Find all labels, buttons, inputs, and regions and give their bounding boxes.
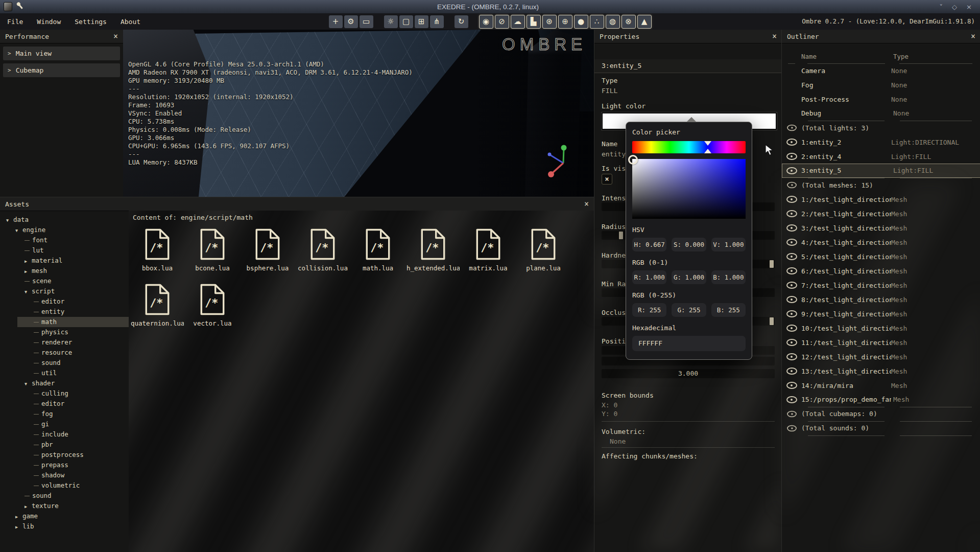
eye-toggle[interactable] [782, 67, 801, 74]
tree-item[interactable]: gi [0, 419, 129, 429]
selected-entity-header[interactable]: 3:entity_5 [594, 59, 782, 73]
view-globe-axes-button[interactable]: ⊗ [622, 15, 636, 29]
eye-toggle[interactable] [782, 239, 801, 246]
outliner-row[interactable]: 1:/test_light_directiona Mesh [782, 192, 980, 206]
outliner-row[interactable]: 13:/test_light_direction Mesh [782, 364, 980, 378]
tree-item[interactable]: resource [0, 348, 129, 358]
view-stairs-button[interactable]: ▙ [527, 15, 541, 29]
hue-slider[interactable] [632, 141, 746, 153]
tree-item[interactable]: script [0, 286, 129, 296]
is-visible-checkbox[interactable]: × [602, 174, 612, 185]
eye-toggle[interactable] [782, 296, 801, 303]
tree-item[interactable]: prepass [0, 460, 129, 470]
eye-toggle[interactable] [782, 81, 801, 88]
hue-field[interactable]: H: 0.667 [632, 238, 666, 251]
grid-button[interactable]: ⊞ [415, 15, 428, 28]
view-cone-button[interactable]: ▲ [637, 15, 652, 29]
asset-file[interactable]: /* matrix.lua [461, 228, 516, 272]
asset-file[interactable]: /* h_extended.lua [405, 228, 461, 272]
saturation-field[interactable]: S: 0.000 [672, 238, 706, 251]
eye-toggle[interactable] [782, 253, 801, 260]
asset-file[interactable]: /* plane.lua [516, 228, 571, 272]
outliner-row[interactable]: 12:/test_light_direction Mesh [782, 350, 980, 364]
asset-file[interactable]: /* bsphere.lua [240, 228, 295, 272]
close-icon[interactable]: × [971, 30, 975, 43]
tree-item[interactable]: material [0, 256, 129, 266]
eye-toggle[interactable] [782, 153, 801, 160]
tree-item[interactable]: volumetric [0, 480, 129, 491]
eye-toggle[interactable] [782, 224, 801, 232]
slider-grab[interactable] [770, 317, 774, 325]
axes-button[interactable]: ⋔ [430, 15, 444, 28]
collapsing-header[interactable]: > Main view [3, 47, 120, 60]
view-globe-button[interactable]: ⊕ [558, 15, 572, 29]
blue255-field[interactable]: B: 255 [711, 303, 746, 317]
outliner-row[interactable]: 1:entity_2 Light:DIRECTIONAL [782, 135, 980, 149]
tree-item[interactable]: lib [0, 521, 129, 532]
menu-item[interactable]: Settings [75, 18, 107, 26]
eye-toggle[interactable] [782, 410, 801, 418]
value-field[interactable]: V: 1.000 [711, 238, 746, 251]
green01-field[interactable]: G: 1.000 [672, 270, 706, 284]
outliner-row[interactable]: Fog None [782, 78, 980, 92]
view-cloud-button[interactable]: ☁ [511, 15, 525, 29]
green255-field[interactable]: G: 255 [672, 303, 706, 317]
blue01-field[interactable]: B: 1.000 [711, 270, 746, 284]
tree-item[interactable]: engine [0, 225, 129, 235]
tree-item[interactable]: texture [0, 501, 129, 511]
outliner-row[interactable]: 2:entity_4 Light:FILL [782, 149, 980, 164]
asset-file[interactable]: /* vector.lua [185, 283, 240, 327]
outliner-row[interactable]: 5:/test_light_directiona Mesh [782, 249, 980, 264]
tree-item[interactable]: mesh [0, 266, 129, 276]
settings-button[interactable]: ⚙ [344, 15, 358, 28]
eye-toggle[interactable] [782, 339, 801, 346]
tree-item[interactable]: math [0, 317, 129, 327]
tree-item[interactable]: fog [0, 409, 129, 419]
tree-item[interactable]: sound [0, 358, 129, 368]
outliner-row[interactable]: 8:/test_light_directiona Mesh [782, 292, 980, 307]
red255-field[interactable]: R: 255 [632, 303, 666, 317]
tree-item[interactable]: physics [0, 327, 129, 337]
asset-file[interactable]: /* collision.lua [295, 228, 350, 272]
eye-toggle[interactable] [782, 325, 801, 332]
outliner-row[interactable]: 4:/test_light_directiona Mesh [782, 235, 980, 249]
sv-selector-ring[interactable] [628, 155, 638, 165]
eye-toggle[interactable] [782, 382, 801, 389]
tree-item[interactable]: shader [0, 378, 129, 388]
tree-item[interactable]: pbr [0, 440, 129, 450]
outliner-row[interactable]: (Total meshes: 15) [782, 178, 980, 192]
asset-file[interactable]: /* bcone.lua [185, 228, 240, 272]
saturation-value-picker[interactable] [632, 159, 746, 219]
tree-item[interactable]: scene [0, 276, 129, 286]
tree-item[interactable]: lut [0, 245, 129, 256]
eye-toggle[interactable] [782, 396, 801, 403]
outliner-row[interactable]: Post-Process None [782, 92, 980, 106]
reload-button[interactable]: ↻ [455, 15, 468, 28]
outliner-row[interactable]: Camera None [782, 63, 980, 78]
tree-item[interactable]: include [0, 429, 129, 440]
eye-toggle[interactable] [782, 110, 801, 117]
eye-toggle[interactable] [782, 124, 801, 131]
outliner-row[interactable]: 10:/test_light_direction Mesh [782, 321, 980, 335]
view-sphere-button[interactable]: ◍ [606, 15, 620, 29]
outliner-row[interactable]: 3:/test_light_directiona Mesh [782, 221, 980, 235]
tree-item[interactable]: renderer [0, 337, 129, 348]
outliner-row[interactable]: 11:/test_light_direction Mesh [782, 335, 980, 350]
eye-toggle[interactable] [782, 267, 801, 274]
eye-toggle[interactable] [782, 167, 801, 174]
outliner-row[interactable]: 7:/test_light_directiona Mesh [782, 278, 980, 292]
eye-toggle[interactable] [782, 96, 801, 103]
eye-toggle[interactable] [782, 139, 801, 146]
slider-grab[interactable] [770, 260, 774, 268]
view-glow-button[interactable]: ● [574, 15, 588, 29]
tree-item[interactable]: editor [0, 296, 129, 307]
close-icon[interactable]: × [584, 197, 589, 211]
tree-item[interactable]: util [0, 368, 129, 378]
outliner-row[interactable]: 6:/test_light_directiona Mesh [782, 264, 980, 278]
tree-item[interactable]: shadow [0, 470, 129, 480]
tree-item[interactable]: font [0, 235, 129, 245]
eye-toggle[interactable] [782, 353, 801, 360]
viewport[interactable]: OpenGL 4.6 (Core Profile) Mesa 25.0.3-ar… [123, 30, 594, 197]
outliner-row[interactable]: (Total lights: 3) [782, 121, 980, 135]
display-button[interactable]: ▭ [360, 15, 373, 28]
